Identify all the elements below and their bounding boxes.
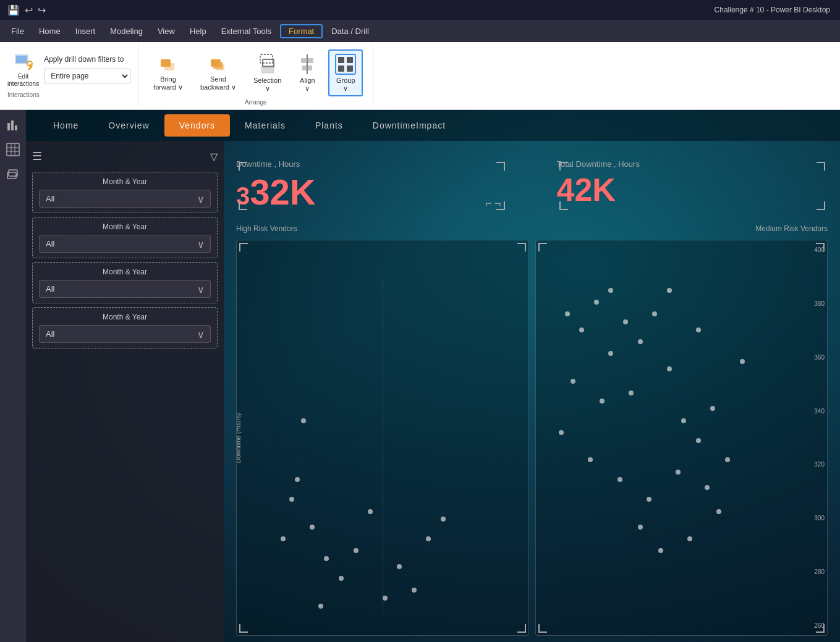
filter-select-1[interactable]: All (39, 190, 211, 208)
scatter-dot (354, 548, 358, 553)
nav-materials[interactable]: Materials (230, 114, 300, 137)
scatter-dot (676, 470, 681, 475)
nav-plants[interactable]: Plants (300, 114, 358, 137)
kpi-card-1: Downtime , Hours 332K ⌐ ⌐ (236, 159, 507, 213)
selection-label: Selection∨ (253, 77, 281, 93)
medium-risk-label: Medium Risk Vendors (557, 224, 828, 233)
svg-rect-17 (338, 57, 344, 63)
align-button[interactable]: Align∨ (294, 51, 321, 95)
scatter-dot (696, 327, 701, 332)
nav-home[interactable]: Home (38, 114, 93, 137)
scatter-dot (740, 359, 745, 364)
menu-external-tools[interactable]: External Tools (215, 24, 278, 38)
scatter-dot (608, 288, 613, 293)
scatter-dot (629, 391, 634, 395)
menu-insert[interactable]: Insert (69, 24, 102, 38)
selection-button[interactable]: Selection∨ (248, 51, 286, 95)
group-label: Group∨ (336, 77, 355, 93)
scatter-dot (594, 300, 599, 305)
scatter-dot (571, 379, 575, 384)
edit-interactions-icon (12, 51, 35, 73)
sidebar-layers[interactable] (3, 164, 23, 184)
scatter-dot (441, 517, 446, 522)
menu-home[interactable]: Home (33, 24, 67, 38)
send-backward-icon (208, 54, 228, 74)
scatter-dot (638, 339, 643, 344)
y-tick-400: 400 (805, 247, 825, 253)
svg-rect-6 (161, 59, 171, 67)
undo-icon[interactable]: ↩ (25, 4, 33, 16)
arrange-group: Bringforward ∨ Sendbackward ∨ Selection∨ (138, 44, 373, 107)
scatter-dot (310, 525, 315, 530)
bring-forward-icon (158, 54, 178, 74)
high-risk-label: High Risk Vendors (236, 224, 507, 233)
scatter-dot (339, 576, 344, 581)
main-content: Home Overview Vendors Materials Plants D… (0, 110, 840, 642)
svg-rect-15 (302, 65, 312, 70)
arrange-group-label: Arrange (138, 99, 373, 106)
filter-select-3[interactable]: All (39, 280, 211, 298)
sidebar-bar-chart[interactable] (3, 115, 23, 135)
scatter-dot (608, 351, 613, 356)
save-icon[interactable]: 💾 (7, 4, 20, 16)
filter-funnel-icon[interactable]: ▽ (210, 151, 218, 163)
scatter-dot (281, 536, 286, 541)
menu-hamburger-icon[interactable]: ☰ (32, 150, 42, 163)
nav-overview[interactable]: Overview (93, 114, 164, 137)
filter-card-3: Month & Year All ∨ (32, 262, 218, 303)
y-tick-300: 300 (805, 515, 825, 522)
filter-header: ☰ ▽ (32, 147, 218, 168)
filter-card-2: Month & Year All ∨ (32, 217, 218, 258)
y-tick-380: 380 (805, 300, 825, 307)
scatter-dot (368, 509, 373, 514)
kpi-brackets-1: ⌐ ⌐ (485, 197, 501, 210)
interactions-group-label: Interactions (7, 89, 40, 98)
nav-vendors[interactable]: Vendors (164, 114, 230, 137)
filter-select-wrapper-2: All ∨ (39, 235, 211, 253)
menu-help[interactable]: Help (184, 24, 213, 38)
filter-select-2[interactable]: All (39, 235, 211, 253)
filter-select-wrapper-1: All ∨ (39, 190, 211, 208)
kpi-label-2: Total Downtime , Hours (557, 159, 828, 169)
bring-forward-button[interactable]: Bringforward ∨ (148, 52, 188, 94)
edit-interactions-button[interactable]: Editinteractions (7, 51, 39, 88)
group-icon (334, 53, 357, 75)
table-icon (6, 143, 20, 156)
kpi-value-2: 42K (557, 171, 828, 208)
scatter-dot (588, 457, 593, 462)
chart-area: Downtime (Hours) 400 380 360 340 320 300… (224, 234, 840, 642)
scatter-dot (397, 564, 402, 569)
menu-modeling[interactable]: Modeling (104, 24, 149, 38)
menu-file[interactable]: File (5, 24, 30, 38)
filter-select-4[interactable]: All (39, 325, 211, 343)
svg-rect-10 (260, 54, 273, 63)
svg-rect-21 (7, 123, 10, 130)
scatter-dot (716, 509, 721, 514)
scatter-dot (667, 288, 672, 293)
sidebar-table[interactable] (3, 140, 23, 159)
y-tick-280: 280 (805, 568, 825, 575)
scatter-dot (383, 596, 388, 601)
left-sidebar (0, 110, 26, 642)
scatter-dot (617, 477, 622, 482)
bring-forward-label: Bringforward ∨ (153, 75, 183, 91)
drill-dropdown[interactable]: Entire page Selected visual None (44, 69, 130, 83)
filter-title-1: Month & Year (39, 177, 211, 186)
menu-view[interactable]: View (151, 24, 181, 38)
canvas-nav: Home Overview Vendors Materials Plants D… (26, 110, 840, 141)
scatter-dot (725, 457, 730, 462)
menu-format[interactable]: Format (280, 24, 323, 38)
redo-icon[interactable]: ↪ (38, 4, 46, 16)
group-button[interactable]: Group∨ (328, 49, 363, 96)
scatter-dot (565, 311, 570, 316)
send-backward-label: Sendbackward ∨ (200, 75, 236, 91)
nav-downtime-impact[interactable]: DowntimeImpact (358, 114, 460, 137)
risk-labels: High Risk Vendors Medium Risk Vendors (224, 224, 840, 233)
menu-data-drill[interactable]: Data / Drill (325, 24, 375, 38)
scatter-dot (318, 604, 323, 609)
filter-select-wrapper-3: All ∨ (39, 280, 211, 298)
svg-rect-12 (261, 65, 274, 73)
send-backward-button[interactable]: Sendbackward ∨ (195, 52, 241, 94)
filter-title-4: Month & Year (39, 313, 211, 321)
scatter-dot (600, 399, 605, 403)
